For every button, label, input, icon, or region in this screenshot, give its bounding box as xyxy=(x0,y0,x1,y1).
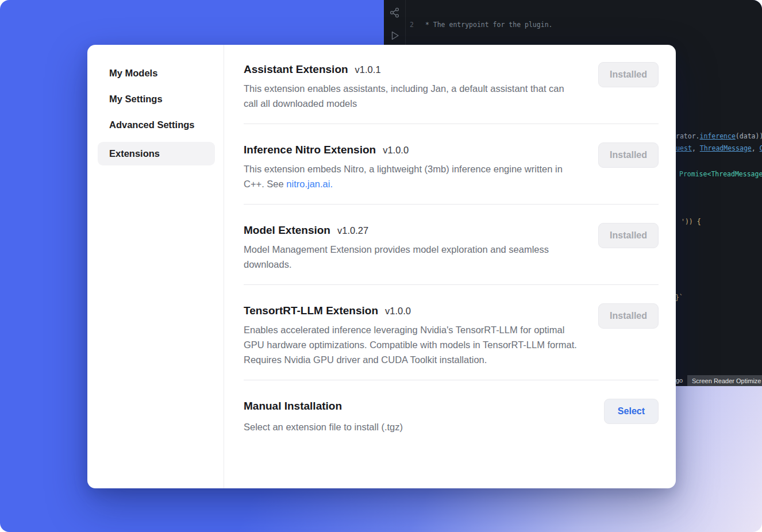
extension-info: TensortRT-LLM Extension v1.0.0 Enables a… xyxy=(244,304,580,367)
extension-version: v1.0.0 xyxy=(385,306,411,317)
extension-name: TensortRT-LLM Extension xyxy=(244,304,378,317)
nitro-link[interactable]: nitro.jan.ai. xyxy=(286,179,333,189)
divider xyxy=(244,284,659,285)
extension-info: Model Extension v1.0.27 Model Management… xyxy=(244,224,580,272)
code-separator: , xyxy=(692,144,700,152)
extension-version: v1.0.0 xyxy=(383,145,409,156)
extension-name: Inference Nitro Extension xyxy=(244,144,376,156)
code-line: 2 * The entrypoint for the plugin. xyxy=(406,20,762,30)
settings-modal: My Models My Settings Advanced Settings … xyxy=(87,45,676,488)
code-fragment: Promise<ThreadMessage> xyxy=(679,170,762,178)
line-number: 2 xyxy=(406,20,421,30)
extension-title-line: Inference Nitro Extension v1.0.0 xyxy=(244,144,580,156)
extension-title-line: Assistant Extension v1.0.1 xyxy=(244,63,580,76)
installed-button[interactable]: Installed xyxy=(598,62,659,87)
screen-reader-status[interactable]: Screen Reader Optimize xyxy=(687,375,762,386)
code-text: * The entrypoint for the plugin. xyxy=(421,20,552,30)
code-fragment: ')) { xyxy=(681,218,701,226)
extension-row: Assistant Extension v1.0.1 This extensio… xyxy=(244,63,659,111)
manual-installation-info: Manual Installation Select an extension … xyxy=(244,400,403,434)
git-branch-icon[interactable] xyxy=(388,6,402,20)
installed-button[interactable]: Installed xyxy=(598,303,659,329)
installed-button[interactable]: Installed xyxy=(598,223,659,248)
extension-row: Inference Nitro Extension v1.0.0 This ex… xyxy=(244,144,659,191)
extension-description: This extension embeds Nitro, a lightweig… xyxy=(244,161,580,191)
extension-description: This extension enables assistants, inclu… xyxy=(244,81,580,111)
sidebar-item-my-models[interactable]: My Models xyxy=(87,60,224,86)
manual-title-line: Manual Installation xyxy=(244,400,403,413)
extension-row: Model Extension v1.0.27 Model Management… xyxy=(244,224,659,272)
code-text: rator. xyxy=(676,132,700,140)
code-separator: , xyxy=(752,144,760,152)
manual-installation-title: Manual Installation xyxy=(244,400,342,413)
extension-info: Assistant Extension v1.0.1 This extensio… xyxy=(244,63,580,111)
manual-installation-row: Manual Installation Select an extension … xyxy=(244,400,659,434)
sidebar-item-extensions[interactable]: Extensions xyxy=(98,142,215,165)
installed-button[interactable]: Installed xyxy=(598,142,659,168)
extension-version: v1.0.27 xyxy=(337,225,368,236)
settings-sidebar: My Models My Settings Advanced Settings … xyxy=(87,45,224,488)
extension-title-line: Model Extension v1.0.27 xyxy=(244,224,580,237)
divider xyxy=(244,204,659,205)
extension-description: Enables accelerated inference leveraging… xyxy=(244,322,580,367)
sidebar-item-advanced-settings[interactable]: Advanced Settings xyxy=(87,112,224,138)
divider xyxy=(244,124,659,124)
extensions-panel: Assistant Extension v1.0.1 This extensio… xyxy=(224,45,676,488)
extension-title-line: TensortRT-LLM Extension v1.0.0 xyxy=(244,304,580,317)
extension-info: Inference Nitro Extension v1.0.0 This ex… xyxy=(244,144,580,191)
code-identifier: ContentType xyxy=(760,144,762,152)
screenshot-root: 2 * The entrypoint for the plugin. 3 */ … xyxy=(0,0,762,532)
code-fragment: rator.inference(data)); xyxy=(676,132,762,140)
manual-installation-description: Select an extension file to install (.tg… xyxy=(244,419,403,434)
debug-play-icon[interactable] xyxy=(388,29,402,43)
sidebar-item-my-settings[interactable]: My Settings xyxy=(87,86,224,112)
extension-row: TensortRT-LLM Extension v1.0.0 Enables a… xyxy=(244,304,659,367)
extension-name: Model Extension xyxy=(244,224,330,237)
code-identifier: ThreadMessage xyxy=(700,144,752,152)
code-text: (data)); xyxy=(736,132,762,140)
extension-description: Model Management Extension provides mode… xyxy=(244,242,580,272)
extension-name: Assistant Extension xyxy=(244,63,348,76)
extension-version: v1.0.1 xyxy=(355,64,381,75)
divider xyxy=(244,380,659,380)
code-identifier: inference xyxy=(700,132,736,140)
select-file-button[interactable]: Select xyxy=(604,399,659,424)
app-background: 2 * The entrypoint for the plugin. 3 */ … xyxy=(0,0,762,532)
status-text: go xyxy=(676,377,683,384)
